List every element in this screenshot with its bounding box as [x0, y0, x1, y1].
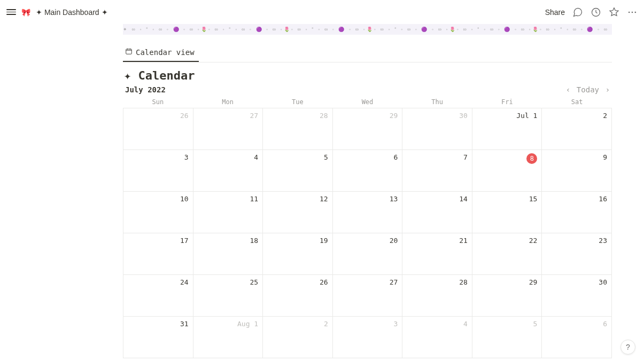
weekday-label: Sat: [542, 96, 612, 108]
today-marker: 8: [526, 153, 537, 164]
calendar-cell[interactable]: 4: [193, 150, 263, 192]
calendar-cell[interactable]: 28: [402, 275, 472, 317]
view-tabs: Calendar view: [123, 44, 612, 62]
calendar-cell[interactable]: 30: [542, 275, 612, 317]
calendar-cell[interactable]: Aug 1: [193, 317, 263, 358]
next-month-button[interactable]: ›: [603, 85, 612, 94]
menu-icon[interactable]: [6, 7, 16, 17]
today-button[interactable]: Today: [577, 85, 599, 94]
calendar-cell[interactable]: 2: [542, 108, 612, 150]
weekday-label: Wed: [332, 96, 402, 108]
svg-point-1: [629, 11, 630, 13]
calendar-cell[interactable]: 24: [123, 275, 193, 317]
calendar-cell[interactable]: 23: [542, 233, 612, 275]
svg-point-2: [632, 11, 633, 13]
calendar-cell[interactable]: 16: [542, 192, 612, 233]
help-button[interactable]: ?: [620, 340, 635, 355]
calendar-cell[interactable]: 27: [193, 108, 263, 150]
calendar-cell[interactable]: 20: [333, 233, 403, 275]
weekday-label: Sun: [123, 96, 193, 108]
share-button[interactable]: Share: [545, 8, 565, 17]
calendar-cell[interactable]: 26: [263, 275, 333, 317]
topbar: 🎀 ✦ Main Dashboard ✦ Share: [0, 0, 644, 24]
calendar-cell[interactable]: 17: [123, 233, 193, 275]
calendar-cell[interactable]: 25: [193, 275, 263, 317]
comments-icon[interactable]: [572, 7, 583, 18]
decorative-banner-top: ✦ ∞ ◦ ° ◦ ∞ ◦ 🟣 ◦ ∞ ◦🌷◦ ∞ ◦ ° ◦ ∞ ◦ 🟣 ◦ …: [123, 24, 612, 35]
calendar-cell[interactable]: 28: [263, 108, 333, 150]
calendar-cell[interactable]: 7: [402, 150, 472, 192]
calendar-cell[interactable]: 18: [193, 233, 263, 275]
calendar-cell[interactable]: 5: [472, 317, 542, 358]
breadcrumb-title[interactable]: ✦ Main Dashboard ✦: [36, 8, 108, 17]
calendar-cell[interactable]: 11: [193, 192, 263, 233]
calendar-cell[interactable]: 30: [402, 108, 472, 150]
weekday-label: Fri: [472, 96, 542, 108]
calendar-cell[interactable]: 8: [472, 150, 542, 192]
calendar-cell[interactable]: 14: [402, 192, 472, 233]
calendar-cell[interactable]: 4: [402, 317, 472, 358]
calendar-cell[interactable]: 15: [472, 192, 542, 233]
calendar-cell[interactable]: 6: [542, 317, 612, 358]
page-title: ✦ Calendar: [124, 69, 612, 82]
calendar-cell[interactable]: 27: [333, 275, 403, 317]
svg-rect-4: [126, 49, 132, 54]
prev-month-button[interactable]: ‹: [564, 85, 572, 94]
calendar-cell[interactable]: 29: [472, 275, 542, 317]
calendar-cell[interactable]: 9: [542, 150, 612, 192]
calendar-cell[interactable]: 12: [263, 192, 333, 233]
calendar-cell[interactable]: 26: [123, 108, 193, 150]
svg-point-3: [635, 11, 637, 13]
updates-icon[interactable]: [591, 7, 601, 18]
calendar-cell[interactable]: 29: [333, 108, 403, 150]
calendar-cell[interactable]: 19: [263, 233, 333, 275]
weekday-label: Thu: [402, 96, 472, 108]
more-icon[interactable]: [627, 7, 638, 18]
month-label: July 2022: [125, 85, 166, 94]
weekday-header: SunMonTueWedThuFriSat: [123, 96, 612, 108]
tab-calendar-view[interactable]: Calendar view: [123, 44, 199, 62]
calendar-icon: [125, 48, 133, 57]
weekday-label: Mon: [193, 96, 263, 108]
calendar-cell[interactable]: 10: [123, 192, 193, 233]
calendar-grid: 2627282930Jul 12345678910111213141516171…: [123, 108, 612, 358]
calendar-cell[interactable]: 2: [263, 317, 333, 358]
weekday-label: Tue: [262, 96, 332, 108]
calendar-cell[interactable]: 31: [123, 317, 193, 358]
calendar-cell[interactable]: 6: [333, 150, 403, 192]
tab-label: Calendar view: [136, 48, 195, 57]
page-icon: 🎀: [21, 8, 30, 17]
calendar-cell[interactable]: 5: [263, 150, 333, 192]
calendar-cell[interactable]: 22: [472, 233, 542, 275]
calendar-cell[interactable]: 3: [333, 317, 403, 358]
calendar-cell[interactable]: Jul 1: [472, 108, 542, 150]
favorite-icon[interactable]: [609, 7, 619, 18]
calendar-cell[interactable]: 3: [123, 150, 193, 192]
calendar-cell[interactable]: 13: [333, 192, 403, 233]
calendar-cell[interactable]: 21: [402, 233, 472, 275]
